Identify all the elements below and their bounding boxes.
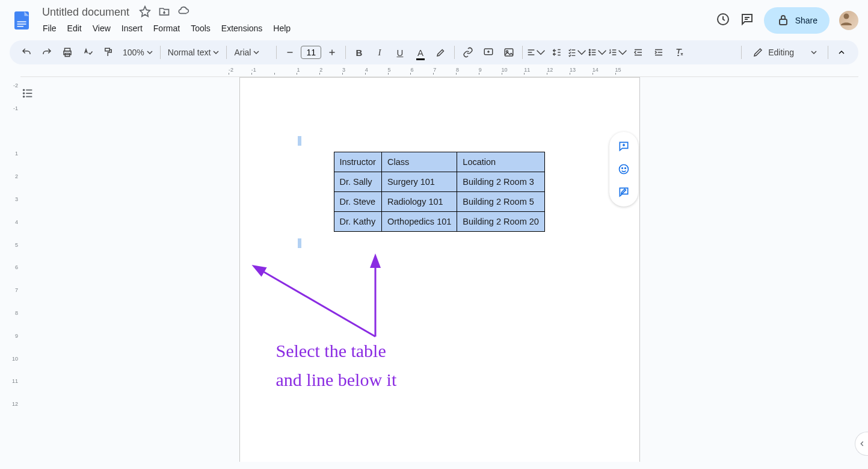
vertical-ruler[interactable]: -2-1123456789101112 <box>10 76 20 462</box>
paint-format-button[interactable] <box>99 43 118 62</box>
style-select[interactable]: Normal text <box>164 45 223 60</box>
svg-point-17 <box>23 90 25 91</box>
print-button[interactable] <box>58 43 77 62</box>
italic-button[interactable]: I <box>370 43 389 62</box>
suggest-edits-button[interactable] <box>613 181 635 203</box>
font-select[interactable]: Arial <box>230 45 272 60</box>
clear-format-button[interactable] <box>669 43 689 62</box>
menu-file[interactable]: File <box>38 21 61 36</box>
mode-select[interactable]: Editing <box>745 45 824 60</box>
table-row: Dr. Kathy Orthopedics 101 Building 2 Roo… <box>334 212 544 232</box>
document-page[interactable]: Instructor Class Location Dr. Sally Surg… <box>239 77 640 462</box>
menu-bar: File Edit View Insert Format Tools Exten… <box>38 21 716 36</box>
svg-rect-1 <box>17 21 26 22</box>
table-row: Instructor Class Location <box>334 152 544 172</box>
zoom-select[interactable]: 100% <box>119 45 156 60</box>
numbered-list-button[interactable] <box>608 43 627 62</box>
indent-button[interactable] <box>649 43 668 62</box>
share-label: Share <box>795 16 817 25</box>
align-button[interactable] <box>526 43 546 62</box>
cloud-icon[interactable] <box>177 5 189 20</box>
svg-point-22 <box>624 168 626 169</box>
svg-point-15 <box>589 52 590 53</box>
avatar[interactable] <box>839 11 858 30</box>
share-button[interactable]: Share <box>764 7 830 34</box>
menu-insert[interactable]: Insert <box>117 21 147 36</box>
font-size-decrease[interactable] <box>280 43 300 62</box>
menu-edit[interactable]: Edit <box>63 21 86 36</box>
svg-point-19 <box>23 96 25 98</box>
spellcheck-button[interactable] <box>78 43 97 62</box>
emoji-reaction-button[interactable] <box>613 158 635 180</box>
svg-point-14 <box>589 49 590 51</box>
annotation-text: Select the table and line below it <box>276 337 397 394</box>
font-size-increase[interactable] <box>322 43 342 62</box>
highlight-button[interactable] <box>431 43 451 62</box>
history-icon[interactable] <box>716 12 730 29</box>
comments-icon[interactable] <box>740 12 754 29</box>
add-comment-side-button[interactable] <box>613 135 635 157</box>
insert-image-button[interactable] <box>499 43 519 62</box>
outdent-button[interactable] <box>629 43 648 62</box>
svg-point-6 <box>844 13 849 19</box>
menu-help[interactable]: Help <box>269 21 295 36</box>
star-icon[interactable] <box>139 5 151 20</box>
move-icon[interactable] <box>158 5 170 20</box>
document-title[interactable]: Untitled document <box>38 5 133 20</box>
underline-button[interactable]: U <box>390 43 410 62</box>
font-size-input[interactable]: 11 <box>301 46 321 59</box>
svg-point-18 <box>23 93 25 94</box>
svg-rect-5 <box>780 19 787 25</box>
toolbar: 100% Normal text Arial 11 B I U A Editin… <box>10 40 858 64</box>
collapse-toolbar-button[interactable] <box>832 43 851 62</box>
bullet-list-button[interactable] <box>588 43 607 62</box>
horizontal-ruler[interactable]: -2-1123456789101112131415 <box>10 67 858 76</box>
menu-view[interactable]: View <box>88 21 115 36</box>
text-color-button[interactable]: A <box>411 43 430 62</box>
selection-end-marker <box>298 238 301 248</box>
svg-rect-2 <box>17 23 26 25</box>
redo-button[interactable] <box>37 43 57 62</box>
svg-rect-10 <box>105 48 110 51</box>
svg-point-20 <box>619 165 628 174</box>
svg-point-16 <box>589 54 590 55</box>
menu-tools[interactable]: Tools <box>186 21 215 36</box>
table-row: Dr. Steve Radiology 101 Building 2 Room … <box>334 192 544 212</box>
document-table[interactable]: Instructor Class Location Dr. Sally Surg… <box>334 152 545 232</box>
add-comment-button[interactable] <box>479 43 498 62</box>
line-spacing-button[interactable] <box>547 43 566 62</box>
checklist-button[interactable] <box>567 43 586 62</box>
svg-rect-3 <box>17 26 24 27</box>
undo-button[interactable] <box>17 43 36 62</box>
docs-logo[interactable] <box>10 8 34 33</box>
bold-button[interactable]: B <box>349 43 369 62</box>
menu-format[interactable]: Format <box>149 21 184 36</box>
side-actions <box>609 132 638 207</box>
svg-rect-12 <box>505 49 513 56</box>
link-button[interactable] <box>458 43 478 62</box>
table-row: Dr. Sally Surgery 101 Building 2 Room 3 <box>334 172 544 192</box>
svg-point-21 <box>621 168 623 169</box>
selection-start-marker <box>298 136 301 146</box>
menu-extensions[interactable]: Extensions <box>217 21 266 36</box>
